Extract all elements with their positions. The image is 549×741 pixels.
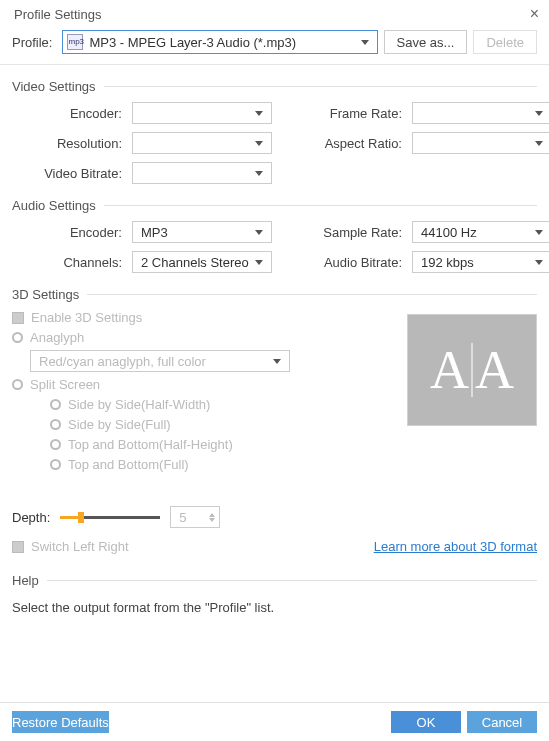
profile-dropdown[interactable]: mp3 MP3 - MPEG Layer-3 Audio (*.mp3) <box>62 30 377 54</box>
chevron-down-icon <box>535 141 543 146</box>
preview-left-a: A <box>430 343 473 397</box>
aspect-ratio-label: Aspect Ratio: <box>282 136 402 151</box>
split-screen-radio <box>12 379 23 390</box>
chevron-down-icon <box>255 141 263 146</box>
slider-thumb[interactable] <box>78 512 84 523</box>
delete-button: Delete <box>473 30 537 54</box>
audio-bitrate-dropdown[interactable]: 192 kbps <box>412 251 549 273</box>
chevron-down-icon <box>255 111 263 116</box>
close-icon[interactable]: × <box>530 6 539 22</box>
video-bitrate-label: Video Bitrate: <box>12 166 122 181</box>
restore-defaults-button[interactable]: Restore Defaults <box>12 711 109 733</box>
chevron-down-icon <box>535 260 543 265</box>
tab-full-radio <box>50 459 61 470</box>
sbs-full-radio <box>50 419 61 430</box>
divider <box>104 205 537 206</box>
enable-3d-checkbox[interactable] <box>12 312 24 324</box>
resolution-dropdown[interactable] <box>132 132 272 154</box>
chevron-down-icon <box>255 260 263 265</box>
3d-preview: A A <box>407 314 537 426</box>
audio-encoder-dropdown[interactable]: MP3 <box>132 221 272 243</box>
enable-3d-label: Enable 3D Settings <box>31 310 142 325</box>
aspect-ratio-dropdown[interactable] <box>412 132 549 154</box>
ok-button[interactable]: OK <box>391 711 461 733</box>
depth-slider[interactable] <box>60 516 160 519</box>
video-bitrate-dropdown[interactable] <box>132 162 272 184</box>
learn-more-link[interactable]: Learn more about 3D format <box>374 539 537 554</box>
spin-down-icon[interactable] <box>209 518 215 522</box>
resolution-label: Resolution: <box>12 136 122 151</box>
frame-rate-dropdown[interactable] <box>412 102 549 124</box>
anaglyph-radio <box>12 332 23 343</box>
depth-label: Depth: <box>12 510 50 525</box>
sample-rate-dropdown[interactable]: 44100 Hz <box>412 221 549 243</box>
switch-lr-label: Switch Left Right <box>31 539 129 554</box>
profile-selected: MP3 - MPEG Layer-3 Audio (*.mp3) <box>89 35 360 50</box>
audio-settings-header: Audio Settings <box>12 198 96 213</box>
anaglyph-label: Anaglyph <box>30 330 84 345</box>
frame-rate-label: Frame Rate: <box>282 106 402 121</box>
help-text: Select the output format from the "Profi… <box>12 596 537 615</box>
sample-rate-label: Sample Rate: <box>282 225 402 240</box>
split-screen-label: Split Screen <box>30 377 100 392</box>
chevron-down-icon <box>535 230 543 235</box>
chevron-down-icon <box>273 359 281 364</box>
video-settings-header: Video Settings <box>12 79 96 94</box>
profile-label: Profile: <box>12 35 52 50</box>
save-as-button[interactable]: Save as... <box>384 30 468 54</box>
switch-lr-checkbox <box>12 541 24 553</box>
video-encoder-dropdown[interactable] <box>132 102 272 124</box>
spin-up-icon[interactable] <box>209 513 215 517</box>
mp3-icon: mp3 <box>67 34 83 50</box>
preview-right-a: A <box>475 343 514 397</box>
3d-settings-header: 3D Settings <box>12 287 79 302</box>
window-title: Profile Settings <box>14 7 101 22</box>
chevron-down-icon <box>535 111 543 116</box>
channels-dropdown[interactable]: 2 Channels Stereo <box>132 251 272 273</box>
audio-encoder-label: Encoder: <box>12 225 122 240</box>
encoder-label: Encoder: <box>12 106 122 121</box>
channels-label: Channels: <box>12 255 122 270</box>
chevron-down-icon <box>361 40 369 45</box>
tab-half-radio <box>50 439 61 450</box>
cancel-button[interactable]: Cancel <box>467 711 537 733</box>
divider <box>87 294 537 295</box>
divider <box>104 86 537 87</box>
help-header: Help <box>12 573 39 588</box>
sbs-half-radio <box>50 399 61 410</box>
audio-bitrate-label: Audio Bitrate: <box>282 255 402 270</box>
divider <box>47 580 537 581</box>
chevron-down-icon <box>255 230 263 235</box>
chevron-down-icon <box>255 171 263 176</box>
depth-spinner[interactable]: 5 <box>170 506 220 528</box>
anaglyph-mode-dropdown: Red/cyan anaglyph, full color <box>30 350 290 372</box>
